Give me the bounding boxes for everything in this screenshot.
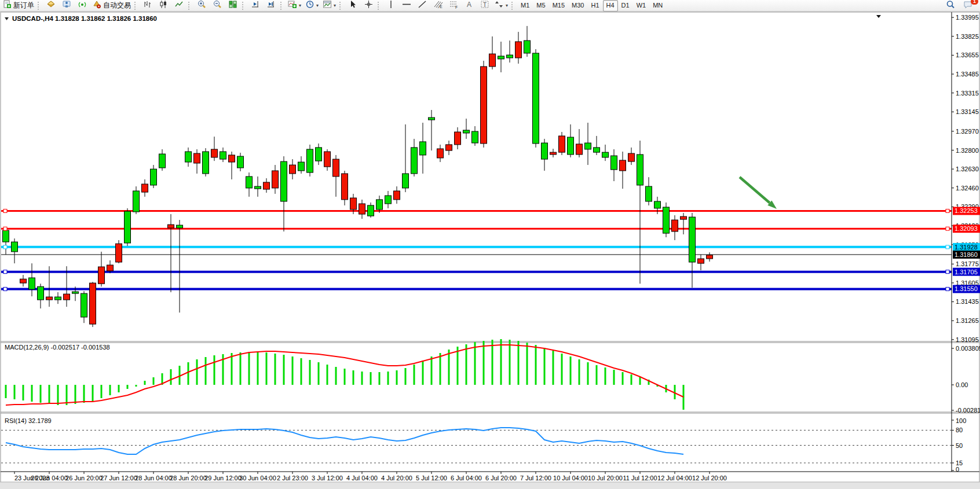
time-tick-label: 3 Jul 12:00 — [312, 475, 343, 481]
rsi-axis-label: 0 — [956, 466, 959, 473]
auto-trading-button[interactable]: 自动交易 — [90, 0, 133, 12]
line-chart-icon — [174, 0, 184, 11]
horizontal-line-tool-button[interactable] — [399, 0, 414, 12]
new-order-icon — [3, 0, 12, 11]
candle — [29, 278, 35, 289]
line-handle[interactable] — [3, 227, 7, 230]
trendline-tool-button[interactable] — [415, 0, 430, 12]
line-handle[interactable] — [3, 245, 7, 249]
chart-canvas[interactable]: 1.339951.338251.336551.334851.333151.331… — [0, 12, 980, 482]
templates-button[interactable]: ▾ — [321, 0, 338, 12]
candle — [628, 153, 635, 161]
candle — [533, 53, 539, 144]
candle — [3, 230, 9, 242]
search-button[interactable] — [943, 0, 958, 12]
indicators-plus-icon — [288, 0, 297, 11]
toolbar-separator — [511, 2, 515, 10]
candle — [38, 286, 44, 300]
auto-trading-icon — [92, 0, 101, 11]
rsi-axis-label: 50 — [956, 442, 963, 449]
auto-scroll-button[interactable] — [248, 0, 263, 12]
time-tick-label: 28 Jun 20:00 — [170, 475, 207, 481]
timeframe-button-m1[interactable]: M1 — [517, 0, 533, 12]
time-tick-label: 6 Jul 20:00 — [485, 475, 517, 481]
zoom-out-button[interactable] — [210, 0, 225, 12]
bar-chart-button[interactable] — [140, 0, 155, 12]
candle — [394, 191, 400, 200]
candle — [237, 156, 244, 168]
toolbar-separator — [188, 2, 192, 10]
crosshair-tool-button[interactable] — [361, 0, 376, 12]
zoom-in-icon — [197, 0, 206, 11]
candlestick-chart-icon — [159, 0, 168, 11]
arrows-tool-button[interactable]: ▾ — [493, 0, 510, 12]
candle — [515, 42, 522, 58]
vertical-line-tool-button[interactable] — [383, 0, 398, 12]
timeframe-button-h4[interactable]: H4 — [603, 0, 618, 12]
time-tick-label: 30 Jun 04:00 — [239, 475, 276, 481]
timeframe-button-m30[interactable]: M30 — [568, 0, 587, 12]
candle — [385, 196, 392, 204]
candle — [576, 144, 583, 155]
candle — [125, 211, 131, 243]
candle — [133, 191, 140, 212]
time-tick-label: 4 Jul 04:00 — [346, 475, 378, 481]
line-handle[interactable] — [946, 227, 949, 230]
macd-axis-label: -0.002818 — [956, 407, 980, 414]
chart-window: 1.339951.338251.336551.334851.333151.331… — [0, 12, 980, 482]
text-icon: A — [465, 0, 473, 11]
line-handle[interactable] — [3, 209, 7, 212]
line-handle[interactable] — [946, 270, 949, 274]
price-tick-label: 1.31095 — [956, 336, 979, 343]
notifications-button[interactable]: 1 — [960, 0, 975, 12]
line-chart-button[interactable] — [171, 0, 187, 12]
new-order-button[interactable]: 新订单 — [1, 0, 36, 12]
tile-windows-button[interactable] — [225, 0, 240, 12]
periods-button[interactable]: ▾ — [303, 0, 320, 12]
channel-tool-button[interactable]: E — [430, 0, 445, 12]
signals-button[interactable] — [75, 0, 90, 12]
timeframe-button-d1[interactable]: D1 — [618, 0, 633, 12]
text-label-icon: T — [480, 0, 489, 11]
text-tool-button[interactable]: A — [462, 0, 477, 12]
candle — [255, 186, 261, 189]
timeframe-button-m5[interactable]: M5 — [533, 0, 548, 12]
candle — [411, 148, 418, 174]
indicators-button[interactable]: ▾ — [286, 0, 303, 12]
macd-indicator-label: MACD(12,26,9) -0.002517 -0.001538 — [5, 344, 110, 351]
line-handle[interactable] — [946, 209, 949, 212]
time-tick-label: 11 Jul 12:00 — [623, 475, 657, 481]
candle — [264, 182, 270, 189]
chart-shift-button[interactable] — [264, 0, 279, 12]
price-tick-label: 1.33145 — [956, 108, 979, 115]
line-handle[interactable] — [946, 245, 949, 249]
timeframe-button-h1[interactable]: H1 — [587, 0, 602, 12]
timeframe-button-m15[interactable]: M15 — [549, 0, 568, 12]
candle — [55, 297, 61, 300]
candle — [403, 174, 409, 188]
cursor-tool-button[interactable] — [345, 0, 360, 12]
price-tick-label: 1.31265 — [956, 317, 979, 324]
candle — [463, 130, 470, 133]
text-label-tool-button[interactable]: T — [477, 0, 492, 12]
line-handle[interactable] — [946, 287, 949, 291]
candlestick-chart-button[interactable] — [156, 0, 171, 12]
community-button[interactable] — [59, 0, 74, 12]
candle — [350, 198, 357, 209]
candle — [437, 149, 444, 158]
timeframe-button-mn[interactable]: MN — [649, 0, 666, 12]
signal-broadcast-icon — [78, 0, 87, 11]
line-handle[interactable] — [3, 287, 7, 291]
candle — [324, 152, 331, 167]
market-button[interactable] — [43, 0, 58, 12]
zoom-in-button[interactable] — [194, 0, 209, 12]
candle — [359, 204, 365, 214]
toolbar-separator — [242, 2, 246, 10]
timeframe-button-w1[interactable]: W1 — [633, 0, 650, 12]
fibonacci-tool-button[interactable]: F — [446, 0, 461, 12]
macd-axis-label: 0.00 — [956, 381, 968, 388]
line-handle[interactable] — [3, 270, 7, 274]
line-price-badge-text: 1.31928 — [955, 244, 978, 251]
candle — [246, 177, 253, 188]
price-tick-label: 1.31775 — [956, 260, 979, 267]
